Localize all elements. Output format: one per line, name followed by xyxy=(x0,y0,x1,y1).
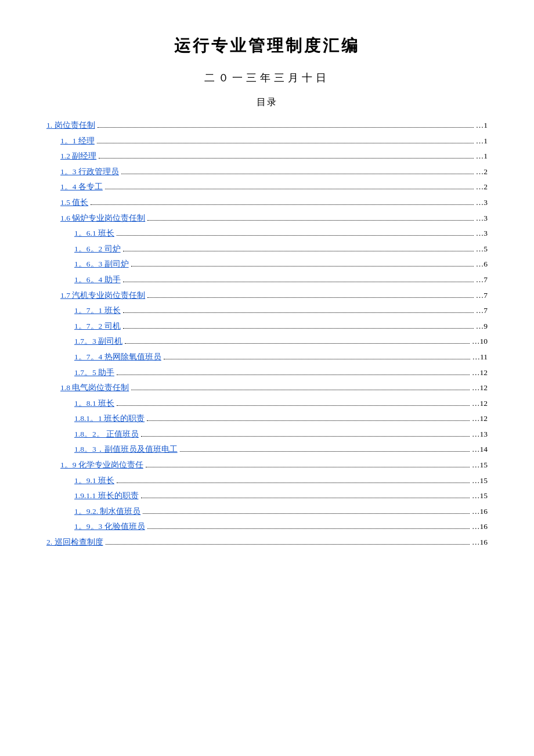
toc-dots xyxy=(123,251,474,251)
toc-item-label[interactable]: 1.7 汽机专业岗位责任制 xyxy=(60,289,145,302)
toc-page-number: …3 xyxy=(476,212,488,225)
toc-item-label[interactable]: 1。7。2 司机 xyxy=(74,320,121,333)
toc-item-label[interactable]: 1。7。4 热网除氧值班员 xyxy=(74,351,161,363)
toc-item[interactable]: 1。6。2 司炉…5 xyxy=(46,243,488,255)
toc-page-number: …13 xyxy=(472,428,488,441)
toc-page-number: …14 xyxy=(472,443,488,456)
toc-item-label[interactable]: 1。7。1 班长 xyxy=(74,304,121,317)
toc-item-label[interactable]: 1。8.1 班长 xyxy=(74,397,114,410)
toc-dots xyxy=(123,282,474,282)
toc-page-number: …12 xyxy=(472,366,488,379)
toc-dots xyxy=(106,544,470,545)
toc-page-number: …9 xyxy=(476,320,488,333)
toc-item[interactable]: 1.8 电气岗位责任制…12 xyxy=(46,381,488,394)
toc-dots xyxy=(131,390,470,390)
toc-dots xyxy=(123,328,474,329)
toc-item-label[interactable]: 1.9.1.1 班长的职责 xyxy=(74,489,139,502)
toc-item[interactable]: 1.6 锅炉专业岗位责任制…3 xyxy=(46,212,488,225)
toc-item-label[interactable]: 1。4 各专工 xyxy=(60,181,103,193)
toc-page-number: …2 xyxy=(476,181,488,193)
toc-item-label[interactable]: 1。9 化学专业岗位责任 xyxy=(60,459,143,471)
toc-item[interactable]: 1。1 经理…1 xyxy=(46,135,488,147)
toc-item-label[interactable]: 1。6.1 班长 xyxy=(74,227,114,240)
toc-item-label[interactable]: 1。6。3 副司炉 xyxy=(74,258,129,271)
toc-page-number: …7 xyxy=(476,273,488,286)
toc-item[interactable]: 1.9.1.1 班长的职责…15 xyxy=(46,489,488,502)
toc-heading: 目录 xyxy=(46,96,488,109)
toc-item[interactable]: 1。3 行政管理员…2 xyxy=(46,165,488,178)
toc-dots xyxy=(131,266,474,267)
toc-item-label[interactable]: 1.8。3．副值班员及值班电工 xyxy=(74,443,178,456)
toc-item-label[interactable]: 1.5 值长 xyxy=(60,196,88,209)
toc-item-label[interactable]: 1。6。4 助手 xyxy=(74,273,121,286)
toc-dots xyxy=(143,513,470,514)
toc-page-number: …16 xyxy=(472,505,488,518)
toc-item-label[interactable]: 1.7。3 副司机 xyxy=(74,335,122,348)
toc-item-label[interactable]: 1.6 锅炉专业岗位责任制 xyxy=(60,212,145,225)
toc-item[interactable]: 1.2 副经理…1 xyxy=(46,150,488,163)
toc-item-label[interactable]: 1。1 经理 xyxy=(60,135,95,147)
toc-dots xyxy=(117,235,474,236)
toc-item-label[interactable]: 1。6。2 司炉 xyxy=(74,243,121,255)
toc-dots xyxy=(125,343,470,344)
toc-page-number: …1 xyxy=(476,135,488,147)
toc-item[interactable]: 1.8。2。 正值班员…13 xyxy=(46,428,488,441)
toc-item[interactable]: 1.8。3．副值班员及值班电工…14 xyxy=(46,443,488,456)
toc-item[interactable]: 1。9.2. 制水值班员…16 xyxy=(46,505,488,518)
toc-item[interactable]: 1。7。1 班长…7 xyxy=(46,304,488,317)
toc-dots xyxy=(117,405,470,406)
toc-dots xyxy=(105,189,474,189)
toc-dots xyxy=(117,375,470,375)
toc-item[interactable]: 1。9。3 化验值班员…16 xyxy=(46,520,488,533)
toc-item[interactable]: 1。7。4 热网除氧值班员…11 xyxy=(46,351,488,363)
toc-item-label[interactable]: 1.8。2。 正值班员 xyxy=(74,428,139,441)
toc-dots xyxy=(164,359,470,359)
toc-page-number: …10 xyxy=(472,335,488,348)
toc-page-number: …7 xyxy=(476,289,488,302)
toc-dots xyxy=(98,127,474,128)
toc-dots xyxy=(180,451,470,452)
toc-item-label[interactable]: 1.8.1。1 班长的职责 xyxy=(74,412,145,425)
toc-item[interactable]: 2. 巡回检查制度…16 xyxy=(46,536,488,549)
toc-item[interactable]: 1.8.1。1 班长的职责…12 xyxy=(46,412,488,425)
toc-item-label[interactable]: 1。9。3 化验值班员 xyxy=(74,520,145,533)
toc-item-label[interactable]: 1.7。5 助手 xyxy=(74,366,114,379)
toc-item[interactable]: 1。9 化学专业岗位责任…15 xyxy=(46,459,488,471)
toc-item-label[interactable]: 1。9.2. 制水值班员 xyxy=(74,505,140,518)
toc-dots xyxy=(117,483,470,483)
toc-item[interactable]: 1。4 各专工…2 xyxy=(46,181,488,193)
toc-item[interactable]: 1。6。4 助手…7 xyxy=(46,273,488,286)
toc-page-number: …16 xyxy=(472,520,488,533)
toc-page-number: …12 xyxy=(472,412,488,425)
toc-dots xyxy=(97,143,474,143)
toc-page-number: …5 xyxy=(476,243,488,255)
toc-item-label[interactable]: 2. 巡回检查制度 xyxy=(46,536,103,549)
toc-dots xyxy=(146,467,470,467)
toc-list: 1. 岗位责任制…11。1 经理…11.2 副经理…11。3 行政管理员…21。… xyxy=(46,119,488,549)
toc-item-label[interactable]: 1。3 行政管理员 xyxy=(60,165,119,178)
toc-item[interactable]: 1。6。3 副司炉…6 xyxy=(46,258,488,271)
toc-item-label[interactable]: 1.2 副经理 xyxy=(60,150,96,163)
toc-item-label[interactable]: 1。9.1 班长 xyxy=(74,474,114,487)
toc-item[interactable]: 1.5 值长…3 xyxy=(46,196,488,209)
toc-item[interactable]: 1。9.1 班长…15 xyxy=(46,474,488,487)
toc-page-number: …16 xyxy=(472,536,488,549)
toc-item[interactable]: 1。7。2 司机…9 xyxy=(46,320,488,333)
toc-page-number: …7 xyxy=(476,304,488,317)
toc-page-number: …1 xyxy=(476,119,488,132)
toc-item[interactable]: 1.7。3 副司机…10 xyxy=(46,335,488,348)
toc-dots xyxy=(147,297,474,298)
toc-item[interactable]: 1.7 汽机专业岗位责任制…7 xyxy=(46,289,488,302)
toc-item[interactable]: 1。8.1 班长…12 xyxy=(46,397,488,410)
toc-dots xyxy=(147,420,470,421)
toc-dots xyxy=(99,158,474,159)
toc-dots xyxy=(123,312,474,313)
toc-item[interactable]: 1。6.1 班长…3 xyxy=(46,227,488,240)
toc-item[interactable]: 1.7。5 助手…12 xyxy=(46,366,488,379)
toc-dots xyxy=(141,498,470,498)
toc-page-number: …6 xyxy=(476,258,488,271)
toc-page-number: …3 xyxy=(476,196,488,209)
toc-page-number: …3 xyxy=(476,227,488,240)
toc-dots xyxy=(147,528,470,529)
toc-item-label[interactable]: 1.8 电气岗位责任制 xyxy=(60,381,129,394)
